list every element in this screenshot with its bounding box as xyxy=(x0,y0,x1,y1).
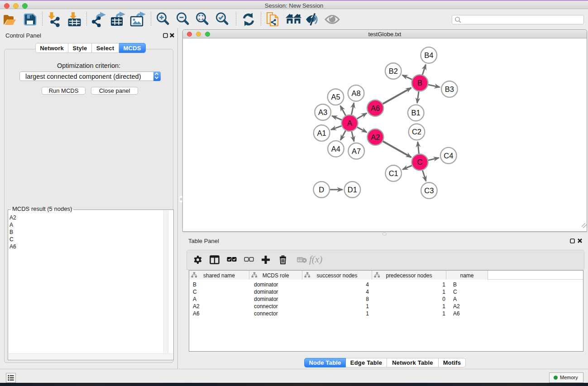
svg-text:C1: C1 xyxy=(389,169,398,177)
svg-text:C: C xyxy=(417,158,423,166)
svg-text:B: B xyxy=(417,79,422,87)
svg-text:A4: A4 xyxy=(331,145,340,153)
svg-text:B3: B3 xyxy=(445,85,454,93)
svg-text:D1: D1 xyxy=(348,186,357,194)
svg-text:A3: A3 xyxy=(318,108,327,116)
svg-text:C4: C4 xyxy=(444,152,453,160)
svg-text:A8: A8 xyxy=(351,89,360,97)
svg-text:A: A xyxy=(347,119,352,127)
svg-text:B2: B2 xyxy=(389,67,398,75)
svg-text:A5: A5 xyxy=(331,93,340,101)
svg-text:A2: A2 xyxy=(371,133,380,141)
svg-text:A6: A6 xyxy=(371,104,380,112)
svg-text:B4: B4 xyxy=(424,51,433,59)
svg-text:A7: A7 xyxy=(352,147,361,155)
svg-text:C2: C2 xyxy=(412,128,421,136)
svg-text:B1: B1 xyxy=(411,109,421,117)
svg-text:C3: C3 xyxy=(424,186,434,195)
svg-text:D: D xyxy=(319,186,324,194)
svg-text:A1: A1 xyxy=(317,129,326,137)
